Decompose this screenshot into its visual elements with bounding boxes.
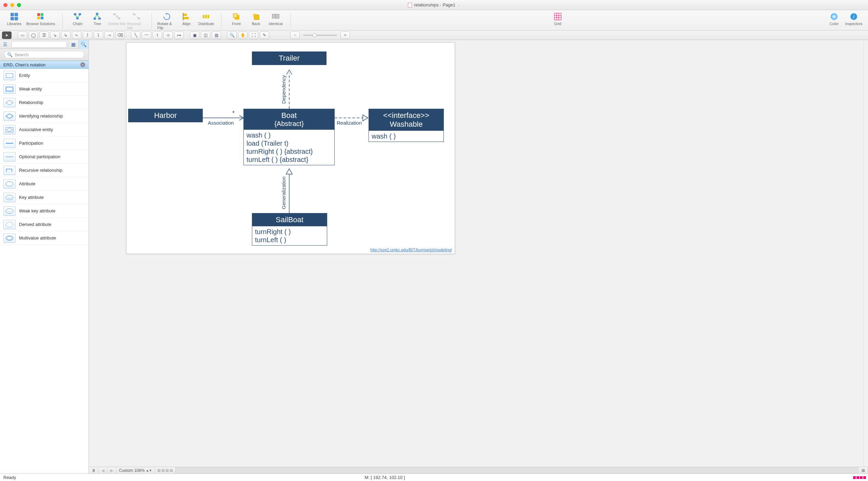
region-3-tool[interactable]: ▥ [212,32,221,39]
document-title[interactable]: relationships - Page1 ⌄ [408,2,460,7]
horizontal-scrollbar[interactable] [176,467,859,474]
stamp-tool[interactable]: ⛶ [249,32,258,39]
tree-button[interactable]: Tree [88,12,107,30]
stencil-entity[interactable]: Entity [0,69,88,82]
list-view-icon[interactable]: ☰ [0,40,10,49]
washable-title: Washable [370,120,442,129]
stencil-recursive-relationship[interactable]: Recursive relationship [0,164,88,177]
region-2-tool[interactable]: ◫ [201,32,210,39]
reverse-link-button[interactable]: Reverse link [127,12,146,30]
magnify-tool[interactable]: 🔍 [227,32,237,39]
svg-rect-25 [233,14,237,18]
connector-1-tool[interactable]: ↘ [50,32,60,39]
grid-button[interactable]: Grid [548,12,567,30]
document-icon [408,3,412,7]
pause-icon[interactable]: ⏸ [89,467,99,474]
stencil-optional-participation[interactable]: Optional participation [0,150,88,164]
color-button[interactable]: Color [825,12,844,30]
connector-5-tool[interactable]: ⤵ [94,32,103,39]
vertical-scrollbar[interactable] [863,40,868,474]
stencil-identifying-relationship[interactable]: Identifying relationship [0,109,88,123]
search-toggle-icon[interactable]: 🔍 [78,40,88,49]
washable-ops: wash ( ) [369,131,443,142]
stencil-weak-entity[interactable]: Weak entity [0,82,88,96]
eyedropper-tool[interactable]: ✎ [260,32,269,39]
hand-tool[interactable]: ✋ [238,32,248,39]
region-1-tool[interactable]: ▣ [190,32,199,39]
separator [152,13,152,28]
delete-link-button[interactable]: Delete link [107,12,126,30]
minimize-icon[interactable] [10,3,14,7]
zoom-in-button[interactable]: ＋ [340,32,350,39]
search-input[interactable]: 🔍 Search [4,51,84,58]
connector-6-tool[interactable]: ⇢ [104,32,114,39]
derived-attr-icon [3,220,16,229]
browse-icon [36,12,45,21]
prev-page-button[interactable]: ◀ [99,467,107,474]
delete-tool[interactable]: ⌫ [115,32,125,39]
tool-row: ➤ ▭ ◯ ☰ ↘ ↳ ⤷ ⤴ ⤵ ⇢ ⌫ ╲ 〰 ⌇ ⊹ ⊶ ▣ ◫ ▥ 🔍 … [0,30,868,40]
zoom-out-button[interactable]: － [290,32,300,39]
identical-button[interactable]: Identical [266,12,285,30]
uml-sailboat[interactable]: SailBoat turnRight ( ) turnLeft ( ) [252,213,327,246]
uml-trailer[interactable]: Trailer [252,51,327,65]
pointer-tool[interactable]: ➤ [2,32,12,39]
connector-2-tool[interactable]: ↳ [61,32,71,39]
diagram-source-url[interactable]: http://sce2.umkc.edu/BIT/burrise/pl/mode… [370,248,452,252]
chain-button[interactable]: Chain [68,12,87,30]
uml-washable[interactable]: <<interface>> Washable wash ( ) [369,109,444,142]
stencil-category[interactable]: ERD, Chen's notation × [0,61,88,69]
close-icon[interactable] [3,3,7,7]
reverse-link-icon [132,12,141,21]
page[interactable]: Trailer Harbor Boat {Abstract} wash ( ) … [126,42,455,254]
stencil-multivalue-attribute[interactable]: Multivalue attribute [0,231,88,245]
participation-icon [3,139,16,148]
uml-harbor[interactable]: Harbor [128,109,203,122]
zoom-slider[interactable] [303,35,337,36]
stencil-weak-key-attribute[interactable]: Weak key attribute [0,204,88,218]
stencil-derived-attribute[interactable]: Derived attribute [0,218,88,231]
anchor2-tool[interactable]: ⊶ [174,32,184,39]
anchor-tool[interactable]: ⊹ [163,32,173,39]
back-button[interactable]: Back [246,12,265,30]
page-thumbs[interactable] [155,467,176,474]
relationship-icon [3,98,16,107]
ellipse-tool[interactable]: ◯ [28,32,38,39]
view-mode-icon[interactable]: ⊞ [859,467,868,474]
stencil-key-attribute[interactable]: Key attribute [0,191,88,204]
grid-view-icon[interactable]: ▦ [68,40,78,49]
front-button[interactable]: Front [227,12,246,30]
path-tool[interactable]: ⌇ [153,32,162,39]
connector-3-tool[interactable]: ⤷ [72,32,81,39]
browse-solutions-button[interactable]: Browse Solutions [24,12,57,30]
category-label: ERD, Chen's notation [3,62,46,67]
stencil-relationship[interactable]: Relationship [0,96,88,109]
color-icon [830,12,839,21]
close-category-icon[interactable]: × [80,62,85,67]
libraries-button[interactable]: Libraries [5,12,24,30]
rect-tool[interactable]: ▭ [18,32,27,39]
stencil-participation[interactable]: Participation [0,137,88,150]
label-multiplicity: * [232,110,235,117]
washable-stereo: <<interface>> [370,111,442,120]
line-tool[interactable]: ╲ [131,32,140,39]
stencil-associative-entity[interactable]: Associative entity [0,123,88,137]
inspectors-button[interactable]: iInspectors [844,12,863,30]
chain-icon [73,12,82,21]
curve-tool[interactable]: 〰 [142,32,151,39]
text-tool[interactable]: ☰ [39,32,49,39]
canvas[interactable]: Trailer Harbor Boat {Abstract} wash ( ) … [89,40,868,474]
maximize-icon[interactable] [17,3,21,7]
uml-boat[interactable]: Boat {Abstract} wash ( ) load (Trailer t… [243,109,335,165]
zoom-knob[interactable] [313,33,317,37]
key-attr-icon [3,193,16,202]
next-page-button[interactable]: ▶ [107,467,116,474]
rotate-flip-button[interactable]: Rotate & Flip [157,12,176,30]
connector-4-tool[interactable]: ⤴ [83,32,92,39]
svg-rect-1 [15,13,18,16]
stencil-attribute[interactable]: Attribute [0,177,88,191]
distribute-button[interactable]: Distribute [197,12,216,30]
align-button[interactable]: Align [177,12,196,30]
zoom-readout[interactable]: Custom 108% ▲▼ [116,467,155,474]
sidebar-filter-input[interactable] [12,41,67,48]
